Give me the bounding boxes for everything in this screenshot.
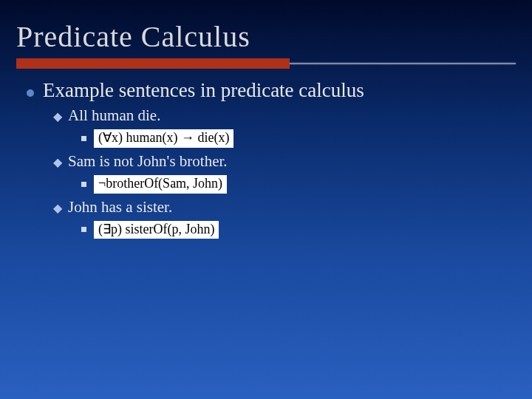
diamond-icon: ◆: [53, 200, 62, 216]
level2-text: All human die.: [68, 106, 160, 125]
level2-text: John has a sister.: [68, 198, 172, 216]
bullet-level2: ◆ All human die.: [53, 106, 505, 125]
content-area: Example sentences in predicate calculus …: [0, 69, 532, 239]
bullet-level2: ◆ Sam is not John's brother.: [53, 152, 505, 171]
slide: Predicate Calculus Example sentences in …: [0, 0, 532, 399]
title-area: Predicate Calculus: [0, 0, 532, 69]
title-rule: [16, 58, 516, 69]
rule-line: [290, 63, 516, 64]
square-icon: [81, 182, 86, 187]
bullet-level3: (∃p) sisterOf(p, John): [81, 221, 505, 239]
level2-text: Sam is not John's brother.: [68, 152, 228, 171]
square-icon: [81, 136, 86, 141]
square-icon: [81, 227, 86, 232]
level1-text: Example sentences in predicate calculus: [43, 79, 364, 102]
bullet-level3: ¬brotherOf(Sam, John): [81, 175, 505, 194]
dot-icon: [27, 89, 34, 97]
formula-box: (∀x) human(x) → die(x): [94, 129, 233, 148]
bullet-level2: ◆ John has a sister.: [53, 198, 505, 216]
diamond-icon: ◆: [53, 109, 62, 125]
formula-box: (∃p) sisterOf(p, John): [94, 221, 219, 239]
diamond-icon: ◆: [53, 154, 62, 171]
bullet-level1: Example sentences in predicate calculus: [27, 79, 505, 102]
bullet-level3: (∀x) human(x) → die(x): [81, 129, 505, 148]
rule-accent: [16, 58, 290, 69]
formula-box: ¬brotherOf(Sam, John): [94, 175, 227, 194]
slide-title: Predicate Calculus: [16, 19, 516, 57]
